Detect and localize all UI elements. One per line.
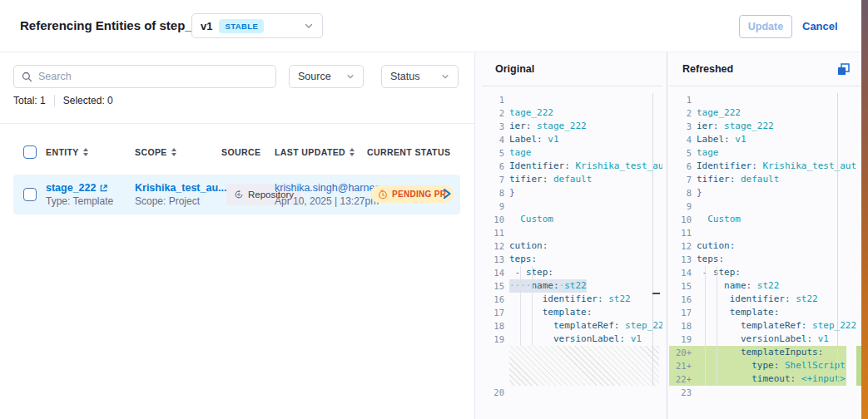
code-line: 15 name: st22 xyxy=(669,279,846,293)
code-line: 21+ type: ShellScript xyxy=(669,359,846,372)
version-label: v1 xyxy=(201,20,212,32)
line-number: 18 xyxy=(669,319,692,333)
line-number: 14 xyxy=(669,266,692,279)
chevron-down-icon xyxy=(441,72,449,81)
selection-summary: Total: 1 Selected: 0 xyxy=(13,95,113,106)
line-number: 16 xyxy=(669,293,692,306)
column-header-entity[interactable]: ENTITY xyxy=(46,147,88,157)
line-number: 15 xyxy=(669,279,692,293)
indent-guide xyxy=(532,266,533,346)
code-line: 2tage_222 xyxy=(482,106,659,120)
line-number: 9 xyxy=(669,200,692,213)
source-filter-dropdown[interactable]: Source xyxy=(289,65,364,88)
code-line: 18 templateRef: step_222 xyxy=(669,319,846,333)
code-line: 12cution: xyxy=(482,239,659,253)
refreshed-pane[interactable]: Refreshed 12tage_2223ier: stage_2224Labe… xyxy=(669,52,862,419)
modal-header: Referencing Entities of step_222 v1 STAB… xyxy=(0,0,868,52)
line-number: 19 xyxy=(669,333,692,346)
total-count: Total: 1 xyxy=(13,95,46,106)
line-number: 5 xyxy=(669,146,692,160)
code-line: 10 Custom xyxy=(482,213,659,226)
line-number: 2 xyxy=(482,106,504,120)
line-number: 1 xyxy=(482,93,504,106)
scope-link[interactable]: Krishika_test_au... xyxy=(135,182,239,194)
line-number: 8 xyxy=(669,186,692,200)
status-filter-label: Status xyxy=(390,71,419,82)
line-number: 15 xyxy=(482,279,504,293)
code-line: 1 xyxy=(482,93,659,106)
status-badge-label: PENDING PR xyxy=(392,190,446,199)
sort-icon[interactable] xyxy=(171,148,176,156)
code-line: 20+ templateInputs: xyxy=(669,346,846,359)
code-line: 17 template: xyxy=(482,306,659,319)
original-pane[interactable]: Original 12tage_2223ier: stage_2224Label… xyxy=(482,52,662,419)
refreshed-pane-header: Refreshed xyxy=(669,52,862,86)
cursor-marker xyxy=(652,293,660,294)
code-line: 15····name:·st22 xyxy=(482,279,659,293)
version-dropdown[interactable]: v1 STABLE xyxy=(191,13,323,38)
code-line: 16 identifier: st22 xyxy=(482,293,659,306)
repository-icon xyxy=(234,190,244,200)
column-header-source: SOURCE xyxy=(221,147,260,157)
code-line: 4Label: v1 xyxy=(669,133,846,146)
status-filter-dropdown[interactable]: Status xyxy=(381,65,459,88)
scope-sub: Scope: Project xyxy=(135,195,239,207)
line-number: 20+ xyxy=(669,346,692,359)
sort-icon[interactable] xyxy=(350,148,355,156)
line-number: 17 xyxy=(669,306,692,319)
column-header-scope[interactable]: SCOPE xyxy=(135,147,176,157)
search-input[interactable] xyxy=(38,71,268,82)
entity-type: Type: Template xyxy=(46,195,113,207)
code-line: 7tifier: default xyxy=(669,173,846,186)
cancel-button[interactable]: Cancel xyxy=(802,20,838,32)
clock-icon xyxy=(378,190,388,200)
referencing-entities-modal: Referencing Entities of step_222 v1 STAB… xyxy=(0,0,868,419)
code-line: 7tifier: default xyxy=(482,173,659,186)
line-number: 10 xyxy=(482,213,504,226)
code-line: 13teps: xyxy=(669,253,846,266)
code-line: 2tage_222 xyxy=(669,106,846,120)
update-button[interactable]: Update xyxy=(739,15,792,38)
line-number: 14 xyxy=(482,266,504,279)
code-line: 8} xyxy=(482,186,659,200)
code-line: 3ier: stage_222 xyxy=(482,120,659,133)
original-code-editor[interactable]: 12tage_2223ier: stage_2224Label: v15tage… xyxy=(482,93,662,419)
table-header: ENTITY SCOPE SOURCE LAST UPDATED CURRENT… xyxy=(0,145,474,162)
entity-link[interactable]: stage_222 xyxy=(46,182,113,194)
row-checkbox[interactable] xyxy=(23,188,37,201)
divider xyxy=(54,95,55,106)
search-box[interactable] xyxy=(13,65,276,88)
line-number: 17 xyxy=(482,306,504,319)
chevron-right-icon[interactable] xyxy=(441,187,453,200)
sort-icon[interactable] xyxy=(83,148,88,156)
code-line: 14 - step: xyxy=(482,266,659,279)
line-number: 7 xyxy=(669,173,692,186)
chevron-down-icon xyxy=(346,72,355,81)
line-number: 11 xyxy=(669,226,692,239)
indent-guide xyxy=(705,266,706,386)
line-number: 3 xyxy=(482,120,504,133)
line-number: 10 xyxy=(669,213,692,226)
line-number: 4 xyxy=(482,133,504,146)
line-number: 12 xyxy=(669,239,692,253)
stable-badge: STABLE xyxy=(219,19,264,33)
diff-view: Original 12tage_2223ier: stage_2224Label… xyxy=(474,52,861,419)
code-line: 13teps: xyxy=(482,253,659,266)
code-line: 10 Custom xyxy=(669,213,846,226)
code-line: 8} xyxy=(669,186,846,200)
indent-guide xyxy=(717,266,717,386)
refreshed-code-editor[interactable]: 12tage_2223ier: stage_2224Label: v15tage… xyxy=(669,93,862,419)
code-line: 16 identifier: st22 xyxy=(669,293,846,306)
line-number: 22+ xyxy=(669,372,692,386)
table-row[interactable]: stage_222 Type: Template Krishika_test_a… xyxy=(13,175,460,214)
line-number: 11 xyxy=(482,226,504,239)
column-header-last-updated[interactable]: LAST UPDATED xyxy=(275,147,355,157)
scope-cell: Krishika_test_au... Scope: Project xyxy=(135,182,239,207)
copy-icon[interactable] xyxy=(836,62,851,76)
code-line: 22+ timeout: <+input> xyxy=(669,372,846,386)
indent-guide xyxy=(520,266,521,346)
entities-panel: Source Status Total: 1 Selected: 0 ENTIT… xyxy=(0,52,474,419)
line-number: 13 xyxy=(669,253,692,266)
line-number: 20 xyxy=(482,386,504,399)
select-all-checkbox[interactable] xyxy=(23,145,37,159)
